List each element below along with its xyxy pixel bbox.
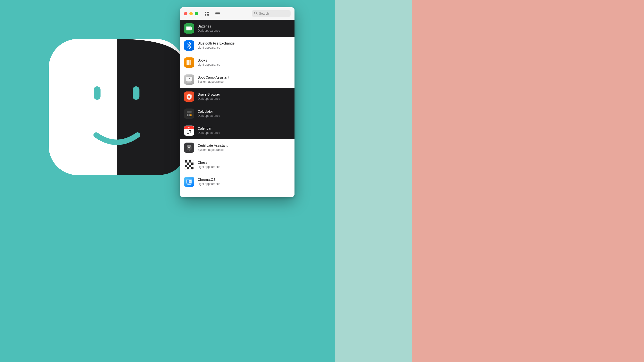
list-item[interactable]: Boot Camp Assistant System appearance <box>180 71 294 88</box>
list-item[interactable]: Certificate Assistant System appearance <box>180 139 294 156</box>
list-item[interactable]: Calculator Dark appearance <box>180 105 294 122</box>
svg-rect-36 <box>185 160 187 162</box>
svg-rect-7 <box>216 12 220 13</box>
app-name: ChromatOS <box>198 178 220 181</box>
svg-rect-21 <box>187 82 192 82</box>
app-name: Bluetooth File Exchange <box>198 41 234 45</box>
app-info: Bluetooth File Exchange Light appearance <box>198 41 234 49</box>
list-item[interactable]: Batteries Dark appearance <box>180 20 294 37</box>
app-name: Calculator <box>198 109 220 113</box>
app-info: Chess Light appearance <box>198 161 220 169</box>
svg-rect-38 <box>189 160 191 162</box>
app-name: Brave Browser <box>198 92 220 96</box>
list-item[interactable]: Chess Light appearance <box>180 156 294 173</box>
svg-rect-31 <box>188 149 190 149</box>
svg-rect-56 <box>189 182 191 183</box>
search-bar[interactable]: Search <box>252 10 290 17</box>
svg-rect-2 <box>133 86 140 100</box>
app-name: Books <box>198 58 220 62</box>
app-info: Certificate Assistant System appearance <box>198 144 228 152</box>
svg-rect-37 <box>187 160 189 162</box>
app-appearance: Dark appearance <box>198 131 220 135</box>
svg-rect-42 <box>189 162 191 165</box>
menu-button[interactable] <box>214 10 222 17</box>
svg-rect-58 <box>188 184 190 184</box>
app-info: Brave Browser Dark appearance <box>198 92 220 100</box>
svg-rect-43 <box>191 162 194 165</box>
app-name: Chess <box>198 161 220 164</box>
app-name: Batteries <box>198 24 220 28</box>
svg-rect-40 <box>185 162 187 165</box>
app-icon-bluetooth <box>184 40 194 51</box>
svg-rect-45 <box>187 165 189 167</box>
app-appearance: Light appearance <box>198 165 220 169</box>
app-icon-calculator <box>184 108 194 119</box>
svg-rect-34 <box>188 145 188 146</box>
app-info: Boot Camp Assistant System appearance <box>198 75 229 83</box>
svg-rect-46 <box>189 165 191 167</box>
app-icon-bootcamp <box>184 74 194 85</box>
svg-rect-28 <box>190 115 192 116</box>
svg-rect-5 <box>205 14 206 15</box>
minimize-button[interactable] <box>189 12 193 15</box>
list-item[interactable]: Books Light appearance <box>180 54 294 71</box>
app-appearance: Light appearance <box>198 182 220 186</box>
bg-peach <box>412 0 644 362</box>
svg-rect-9 <box>216 14 220 15</box>
maximize-button[interactable] <box>195 12 198 15</box>
app-name: Boot Camp Assistant <box>198 75 229 79</box>
bg-mint <box>335 0 412 362</box>
svg-rect-18 <box>189 60 190 65</box>
search-icon <box>254 11 258 15</box>
svg-rect-39 <box>191 160 194 162</box>
app-info: Calendar Dark appearance <box>198 126 220 135</box>
app-info: ChromatOS Light appearance <box>198 178 220 186</box>
app-icon-chess <box>184 160 194 170</box>
app-info: Batteries Dark appearance <box>198 24 220 32</box>
list-item[interactable]: ChromatOS Light appearance <box>180 173 294 190</box>
app-info: Calculator Dark appearance <box>198 109 220 117</box>
list-item[interactable]: Brave Browser Dark appearance <box>180 88 294 105</box>
svg-rect-24 <box>188 114 190 115</box>
svg-rect-14 <box>192 28 192 29</box>
app-info: Books Light appearance <box>198 58 220 66</box>
app-icon-books <box>184 57 194 68</box>
close-button[interactable] <box>184 12 188 15</box>
app-appearance: Dark appearance <box>198 29 220 32</box>
list-item[interactable]: JUL 17 Calendar Dark appearance <box>180 122 294 139</box>
svg-rect-51 <box>191 167 194 169</box>
svg-rect-26 <box>187 115 188 116</box>
svg-line-11 <box>256 14 258 15</box>
svg-rect-6 <box>207 14 209 15</box>
list-item[interactable]: Bluetooth File Exchange Light appearance <box>180 37 294 54</box>
app-icon-batteries <box>184 23 194 33</box>
app-icon-brave <box>184 91 194 102</box>
app-list[interactable]: Batteries Dark appearance Bluetooth File… <box>180 20 294 197</box>
app-appearance: Dark appearance <box>198 97 220 100</box>
finder-logo <box>49 39 185 175</box>
svg-rect-47 <box>191 165 194 167</box>
title-bar: Search <box>180 7 294 20</box>
traffic-lights <box>184 12 198 15</box>
svg-rect-49 <box>187 167 189 169</box>
svg-rect-25 <box>190 114 192 115</box>
toolbar-icons <box>203 10 222 17</box>
svg-rect-13 <box>186 27 190 30</box>
grid-view-button[interactable] <box>203 10 211 17</box>
svg-rect-17 <box>186 60 187 65</box>
app-appearance: Light appearance <box>198 46 234 49</box>
svg-rect-27 <box>188 115 190 116</box>
svg-rect-50 <box>189 167 191 169</box>
svg-rect-22 <box>187 111 192 113</box>
svg-rect-1 <box>94 86 100 100</box>
search-placeholder: Search <box>259 12 269 15</box>
app-icon-chromatos <box>184 177 194 187</box>
app-appearance: Dark appearance <box>198 114 220 117</box>
svg-rect-41 <box>187 162 189 165</box>
svg-rect-35 <box>190 145 190 146</box>
app-name: Calendar <box>198 126 220 130</box>
app-appearance: Light appearance <box>198 63 220 66</box>
svg-rect-4 <box>207 12 209 13</box>
app-window: Search Batteries Dark appearance Bluetoo… <box>180 7 294 197</box>
svg-rect-55 <box>189 180 191 181</box>
